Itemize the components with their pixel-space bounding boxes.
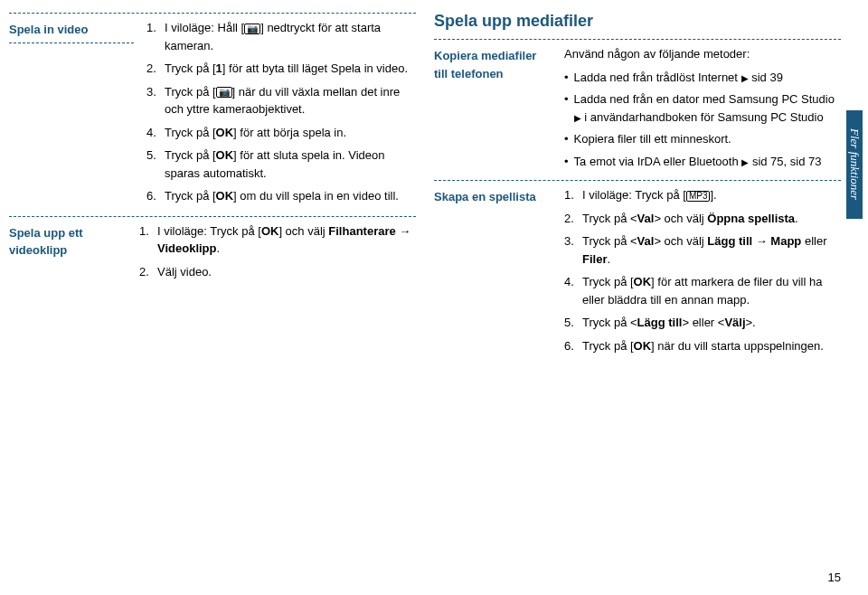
list-item: 4.Tryck på [OK] för att börja spela in. <box>146 124 416 142</box>
playlist-steps: 1.I viloläge: Tryck på [MP3]. 2.Tryck på… <box>564 186 841 354</box>
list-item: 2.Välj video. <box>139 263 416 281</box>
mp3-icon: MP3 <box>686 191 711 202</box>
section-copy-media: Kopiera mediafiler till telefonen Använd… <box>434 45 841 175</box>
copy-methods: Ladda ned från trådlöst Internet ▶ sid 3… <box>564 69 841 171</box>
list-item: Ladda ned från en dator med Samsung PC S… <box>564 90 841 126</box>
list-item: 6.Tryck på [OK] när du vill starta uppsp… <box>564 337 841 355</box>
list-item: 1.I viloläge: Tryck på [MP3]. <box>564 186 841 204</box>
divider <box>9 13 416 14</box>
divider <box>434 39 841 40</box>
side-label-copy: Kopiera mediafiler till telefonen <box>434 45 552 175</box>
side-tab-more-functions: Fler funktioner <box>846 110 863 219</box>
camera-icon: 📷 <box>244 24 260 34</box>
list-item: Ladda ned från trådlöst Internet ▶ sid 3… <box>564 69 841 87</box>
side-label-play-clip: Spela upp ett videoklipp <box>9 222 127 287</box>
divider <box>434 180 841 181</box>
list-item: 3.Tryck på [📷] när du vill växla mellan … <box>146 83 416 118</box>
list-item: 1.I viloläge: Tryck på [OK] och välj Fil… <box>139 222 416 258</box>
list-item: 2.Tryck på <Val> och välj Öppna spellist… <box>564 210 841 228</box>
side-label-record: Spela in video <box>9 19 127 39</box>
divider <box>9 216 416 217</box>
list-item: Ta emot via IrDA eller Bluetooth ▶ sid 7… <box>564 153 841 171</box>
play-clip-steps: 1.I viloläge: Tryck på [OK] och välj Fil… <box>139 222 416 281</box>
chevron-right-icon: ▶ <box>741 73 749 83</box>
divider <box>9 42 134 43</box>
section-play-clip: Spela upp ett videoklipp 1.I viloläge: T… <box>9 222 416 287</box>
camera-icon: 📷 <box>216 87 232 98</box>
heading-play-media: Spela upp mediafiler <box>434 9 841 33</box>
list-item: 2.Tryck på [1] för att byta till läget S… <box>146 60 416 78</box>
page-number: 15 <box>828 569 841 587</box>
list-item: 6.Tryck på [OK] om du vill spela in en v… <box>146 187 416 205</box>
copy-intro: Använd någon av följande metoder: <box>564 45 841 63</box>
left-column: Spela in video 1.I viloläge: Håll [📷] ne… <box>9 9 416 365</box>
chevron-right-icon: ▶ <box>574 113 581 123</box>
list-item: 5.Tryck på <Lägg till> eller <Välj>. <box>564 314 841 332</box>
list-item: Kopiera filer till ett minneskort. <box>564 130 841 148</box>
list-item: 4.Tryck på [OK] för att markera de filer… <box>564 273 841 308</box>
side-label-playlist: Skapa en spellista <box>434 186 552 360</box>
section-record-video: Spela in video 1.I viloläge: Håll [📷] ne… <box>9 19 416 211</box>
list-item: 3.Tryck på <Val> och välj Lägg till → Ma… <box>564 232 841 268</box>
list-item: 1.I viloläge: Håll [📷] nedtryckt för att… <box>146 19 416 54</box>
section-create-playlist: Skapa en spellista 1.I viloläge: Tryck p… <box>434 186 841 360</box>
list-item: 5.Tryck på [OK] för att sluta spela in. … <box>146 146 416 182</box>
record-video-steps: 1.I viloläge: Håll [📷] nedtryckt för att… <box>146 19 416 205</box>
right-column: Spela upp mediafiler Kopiera mediafiler … <box>434 9 841 365</box>
